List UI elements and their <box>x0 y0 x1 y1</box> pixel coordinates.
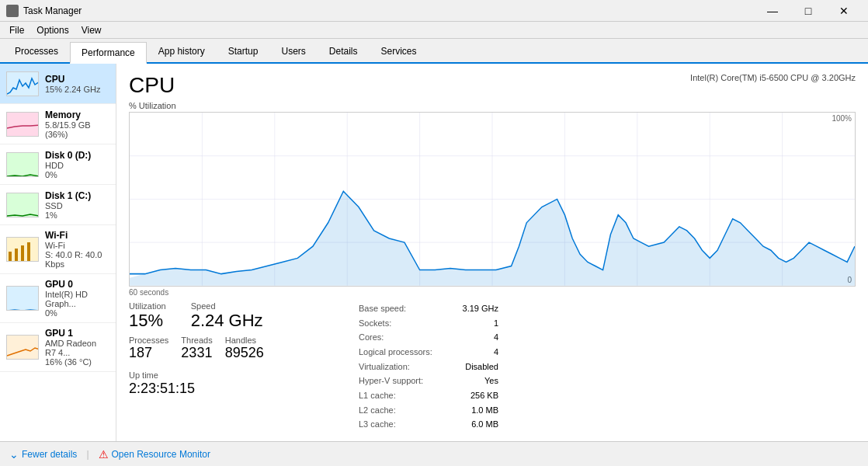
separator: | <box>86 449 89 460</box>
minimize-button[interactable]: — <box>755 0 790 22</box>
sidebar-item-cpu[interactable]: CPU 15% 2.24 GHz <box>0 64 116 104</box>
speed-label: Speed <box>191 301 263 311</box>
disk1-type: SSD <box>45 201 109 210</box>
handles-value: 89526 <box>225 345 264 362</box>
menu-view[interactable]: View <box>75 23 108 37</box>
sidebar-item-wifi[interactable]: Wi-Fi Wi-Fi S: 40.0 R: 40.0 Kbps <box>0 225 116 274</box>
detail-val: 3.19 GHz <box>463 301 498 316</box>
disk1-info: Disk 1 (C:) SSD 1% <box>45 190 109 220</box>
chart-svg <box>130 113 855 286</box>
gpu1-desc: AMD Radeon R7 4... <box>45 339 109 357</box>
panel-subtitle: Intel(R) Core(TM) i5-6500 CPU @ 3.20GHz <box>690 73 856 82</box>
speed-value: 2.24 GHz <box>191 311 263 331</box>
gpu1-name: GPU 1 <box>45 328 109 339</box>
speed-group: Speed 2.24 GHz <box>191 301 263 331</box>
cpu-chart: 100% 0 <box>129 112 856 287</box>
svg-rect-0 <box>9 252 12 261</box>
maximize-button[interactable]: □ <box>790 0 826 22</box>
open-resource-monitor-link[interactable]: ⚠ Open Resource Monitor <box>99 448 210 461</box>
detail-key: Virtualization: <box>359 360 410 374</box>
processes-group: Processes 187 <box>129 336 168 362</box>
svg-rect-2 <box>21 245 24 261</box>
detail-row: Hyper-V support:Yes <box>359 374 498 388</box>
tab-app-history[interactable]: App history <box>147 40 217 62</box>
detail-row: Virtualization:Disabled <box>359 360 498 374</box>
tab-startup[interactable]: Startup <box>217 40 270 62</box>
detail-val: 1.0 MB <box>471 403 498 418</box>
detail-val: 1 <box>494 316 498 331</box>
wifi-name: Wi-Fi <box>45 230 109 241</box>
wifi-info: Wi-Fi Wi-Fi S: 40.0 R: 40.0 Kbps <box>45 230 109 269</box>
mem-stats: 5.8/15.9 GB (36%) <box>45 120 109 139</box>
mem-thumbnail <box>6 112 39 137</box>
uptime-value: 2:23:51:15 <box>129 381 346 397</box>
resource-monitor-icon: ⚠ <box>99 448 109 461</box>
disk1-name: Disk 1 (C:) <box>45 190 109 201</box>
menu-bar: File Options View <box>0 22 868 39</box>
sidebar: CPU 15% 2.24 GHz Memory 5.8/15.9 GB (36%… <box>0 64 116 441</box>
detail-key: L2 cache: <box>359 403 396 418</box>
disk0-thumbnail <box>6 152 39 177</box>
tab-users[interactable]: Users <box>269 40 317 62</box>
chart-label: % Utilization <box>129 101 856 110</box>
detail-key: Hyper-V support: <box>359 374 423 388</box>
detail-key: Base speed: <box>359 301 406 316</box>
detail-row: Sockets:1 <box>359 316 498 331</box>
close-button[interactable]: ✕ <box>826 0 862 22</box>
bottom-bar: ⌄ Fewer details | ⚠ Open Resource Monito… <box>0 441 868 466</box>
uptime-section: Up time 2:23:51:15 <box>129 370 346 397</box>
mem-info: Memory 5.8/15.9 GB (36%) <box>45 110 109 139</box>
main-content: CPU 15% 2.24 GHz Memory 5.8/15.9 GB (36%… <box>0 64 868 441</box>
cpu-info: CPU 15% 2.24 GHz <box>45 74 109 94</box>
tab-services[interactable]: Services <box>370 40 429 62</box>
gpu1-info: GPU 1 AMD Radeon R7 4... 16% (36 °C) <box>45 328 109 367</box>
tab-details[interactable]: Details <box>318 40 370 62</box>
sidebar-item-gpu0[interactable]: GPU 0 Intel(R) HD Graph... 0% <box>0 274 116 323</box>
tab-processes[interactable]: Processes <box>3 40 70 62</box>
panel-title: CPU <box>129 73 175 98</box>
gpu1-thumbnail <box>6 335 39 360</box>
gpu0-info: GPU 0 Intel(R) HD Graph... 0% <box>45 279 109 318</box>
chart-time-label: 60 seconds <box>129 288 856 297</box>
detail-row: L2 cache:1.0 MB <box>359 403 498 418</box>
disk1-util: 1% <box>45 210 109 220</box>
panel-header: CPU Intel(R) Core(TM) i5-6500 CPU @ 3.20… <box>129 73 856 98</box>
detail-row: Base speed:3.19 GHz <box>359 301 498 316</box>
app-icon <box>6 5 19 17</box>
menu-options[interactable]: Options <box>30 23 75 37</box>
gpu0-thumbnail <box>6 286 39 311</box>
tab-bar: Processes Performance App history Startu… <box>0 39 868 64</box>
detail-val: 4 <box>494 330 498 345</box>
detail-table: Base speed:3.19 GHzSockets:1Cores:4Logic… <box>359 301 498 432</box>
cpu-thumbnail <box>6 71 39 96</box>
disk0-info: Disk 0 (D:) HDD 0% <box>45 150 109 179</box>
handles-label: Handles <box>225 336 264 345</box>
tab-performance[interactable]: Performance <box>70 42 147 64</box>
window-title: Task Manager <box>23 5 82 16</box>
utilization-label: Utilization <box>129 301 166 311</box>
threads-value: 2331 <box>181 345 212 362</box>
sidebar-item-disk0[interactable]: Disk 0 (D:) HDD 0% <box>0 144 116 185</box>
detail-key: L3 cache: <box>359 417 396 432</box>
detail-val: Yes <box>484 374 498 388</box>
sidebar-item-gpu1[interactable]: GPU 1 AMD Radeon R7 4... 16% (36 °C) <box>0 323 116 372</box>
detail-row: L3 cache:6.0 MB <box>359 417 498 432</box>
sidebar-item-memory[interactable]: Memory 5.8/15.9 GB (36%) <box>0 104 116 144</box>
detail-val: Disabled <box>465 360 498 374</box>
utilization-group: Utilization 15% <box>129 301 166 331</box>
disk0-type: HDD <box>45 161 109 170</box>
detail-val: 256 KB <box>470 388 498 403</box>
wifi-thumbnail <box>6 237 39 262</box>
menu-file[interactable]: File <box>3 23 30 37</box>
detail-row: L1 cache:256 KB <box>359 388 498 403</box>
processes-value: 187 <box>129 345 168 362</box>
gpu0-name: GPU 0 <box>45 279 109 290</box>
wifi-type: Wi-Fi <box>45 241 109 250</box>
fewer-details-link[interactable]: ⌄ Fewer details <box>9 448 77 461</box>
open-resource-monitor-label: Open Resource Monitor <box>112 449 210 460</box>
right-panel: CPU Intel(R) Core(TM) i5-6500 CPU @ 3.20… <box>116 64 868 441</box>
disk1-thumbnail <box>6 193 39 217</box>
fewer-details-label: Fewer details <box>22 449 77 460</box>
sidebar-item-disk1[interactable]: Disk 1 (C:) SSD 1% <box>0 185 116 225</box>
uptime-label: Up time <box>129 370 158 380</box>
